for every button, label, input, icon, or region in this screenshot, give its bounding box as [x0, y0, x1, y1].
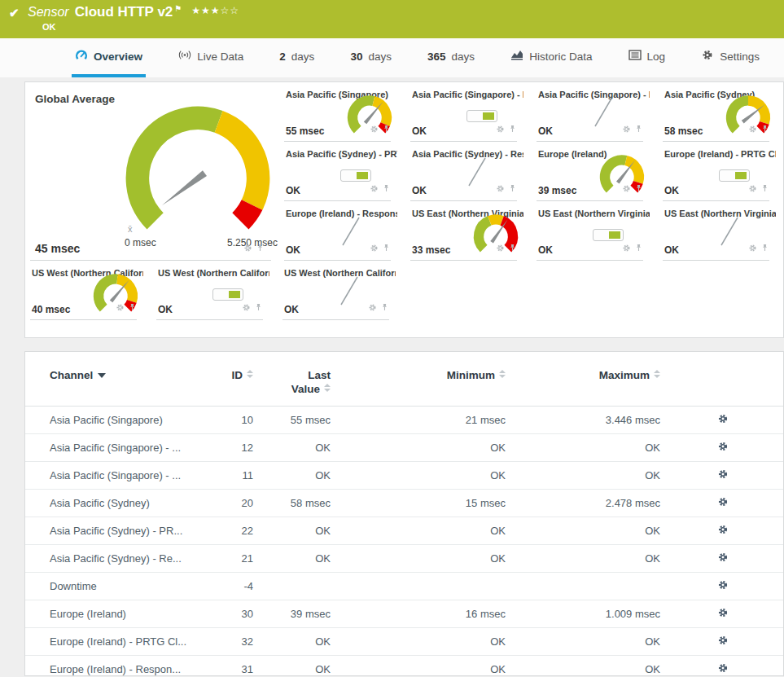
- sort-icon[interactable]: [654, 370, 660, 378]
- channel-gear-icon[interactable]: [622, 122, 631, 137]
- channel-gear-icon[interactable]: [622, 182, 631, 196]
- channel-gear-icon[interactable]: [748, 182, 757, 196]
- pin-icon[interactable]: [634, 182, 643, 196]
- channel-settings-button[interactable]: [717, 581, 729, 593]
- cell-maximum: OK: [506, 462, 660, 490]
- pin-icon[interactable]: [634, 122, 643, 137]
- pin-icon[interactable]: [760, 122, 769, 137]
- pin-icon[interactable]: [634, 241, 643, 256]
- pin-icon[interactable]: [128, 301, 137, 315]
- channel-settings-button[interactable]: [717, 609, 729, 621]
- pin-icon[interactable]: [382, 182, 391, 196]
- cell-last-value: OK: [253, 628, 331, 656]
- pin-icon[interactable]: [760, 241, 769, 256]
- pin-icon[interactable]: [254, 301, 263, 315]
- priority-stars[interactable]: ★★★☆☆: [191, 5, 239, 16]
- pin-icon[interactable]: [508, 241, 517, 256]
- channel-tile-europe-ireland-response-c: Europe (Ireland) - Response C...OK: [279, 201, 405, 261]
- channel-gear-icon[interactable]: [622, 241, 631, 256]
- tile-value: OK: [412, 185, 427, 196]
- cell-channel[interactable]: Europe (Ireland) - PRTG Cl...: [25, 628, 208, 656]
- column-header-last-value[interactable]: LastValue: [253, 352, 331, 407]
- channel-tile-europe-ireland: Europe (Ireland)39 msec: [532, 142, 658, 201]
- cell-channel[interactable]: Asia Pacific (Sydney) - Re...: [25, 545, 208, 573]
- pin-icon[interactable]: [382, 122, 391, 137]
- cell-channel[interactable]: Europe (Ireland) - Respon...: [25, 656, 208, 677]
- tab-overview[interactable]: Overview: [72, 38, 146, 77]
- cell-channel[interactable]: Asia Pacific (Sydney) - PR...: [25, 517, 208, 545]
- tab-2-days[interactable]: 2days: [276, 38, 318, 77]
- channel-gear-icon[interactable]: [496, 122, 505, 137]
- channel-settings-button[interactable]: [717, 498, 729, 510]
- tile-title: US East (Northern Virginia) - ...: [538, 209, 650, 218]
- channel-tile-asia-pacific-sydney-prtg: Asia Pacific (Sydney) - PRTG ...OK: [279, 142, 405, 201]
- pin-icon[interactable]: [256, 241, 265, 256]
- table-row: Asia Pacific (Singapore) - ...11OKOKOK: [25, 462, 784, 490]
- cell-last-value: OK: [253, 517, 331, 545]
- channel-gear-icon[interactable]: [370, 241, 379, 256]
- sort-icon[interactable]: [499, 370, 506, 378]
- channel-tile-us-east-northern-virginia: US East (Northern Virginia) - ...OK: [532, 201, 658, 261]
- tab-live-data[interactable]: Live Data: [175, 38, 247, 77]
- channel-settings-button[interactable]: [717, 664, 729, 676]
- global-average-tile: Global Average x̄ 0 msec 5.250 msec 45 m…: [25, 82, 279, 261]
- channel-settings-button[interactable]: [717, 442, 729, 455]
- column-header-id[interactable]: ID: [208, 352, 253, 407]
- channel-gear-icon[interactable]: [370, 122, 379, 137]
- channel-tile-us-west-northern-california: US West (Northern California)...OK: [151, 261, 278, 320]
- tab-365-days[interactable]: 365days: [424, 38, 478, 77]
- tile-value: OK: [538, 244, 553, 256]
- channel-tile-asia-pacific-singapore: Asia Pacific (Singapore)55 msec: [279, 82, 405, 142]
- pin-icon[interactable]: [760, 182, 769, 196]
- cell-channel[interactable]: Europe (Ireland): [25, 600, 208, 628]
- column-header-maximum[interactable]: Maximum: [506, 352, 660, 407]
- global-average-gauge: [112, 105, 284, 239]
- cell-channel[interactable]: Downtime: [25, 573, 208, 600]
- pin-icon[interactable]: [380, 301, 389, 315]
- mean-symbol: x̄: [128, 224, 133, 234]
- channel-settings-button[interactable]: [717, 525, 729, 538]
- tile-title: Asia Pacific (Sydney) - PRTG ...: [286, 149, 397, 159]
- channel-settings-button[interactable]: [717, 636, 729, 648]
- channel-settings-button[interactable]: [717, 470, 729, 482]
- status-toggle-indicator: [466, 110, 497, 122]
- channel-gear-icon[interactable]: [370, 182, 379, 196]
- chart-icon: [510, 49, 523, 64]
- channel-gear-icon[interactable]: [496, 241, 505, 256]
- channel-gear-icon[interactable]: [116, 301, 125, 315]
- pin-icon[interactable]: [508, 122, 517, 137]
- sort-icon[interactable]: [324, 384, 331, 392]
- channel-gear-icon[interactable]: [368, 301, 377, 315]
- channel-gear-icon[interactable]: [242, 301, 251, 315]
- channel-settings-button[interactable]: [717, 553, 729, 565]
- pin-icon[interactable]: [508, 182, 517, 196]
- tile-value: OK: [284, 304, 299, 315]
- cell-minimum: 15 msec: [331, 490, 506, 517]
- tile-title: Asia Pacific (Singapore) - PR...: [412, 90, 523, 99]
- column-header-minimum[interactable]: Minimum: [331, 352, 506, 407]
- header-label: Minimum: [447, 369, 495, 381]
- channel-gear-icon[interactable]: [496, 182, 505, 196]
- tab-historic-data[interactable]: Historic Data: [507, 38, 595, 77]
- tab-settings[interactable]: Settings: [698, 38, 763, 77]
- tab-label: Overview: [94, 51, 142, 63]
- channel-tile-asia-pacific-sydney: Asia Pacific (Sydney)58 msec: [658, 82, 784, 142]
- tab-log[interactable]: Log: [625, 38, 669, 77]
- channel-gear-icon[interactable]: [243, 241, 252, 256]
- channel-settings-button[interactable]: [717, 415, 729, 427]
- cell-id: 20: [208, 490, 253, 517]
- cell-id: 11: [208, 462, 253, 490]
- pin-icon[interactable]: [382, 241, 391, 256]
- sort-icon[interactable]: [247, 370, 253, 378]
- channel-gear-icon[interactable]: [748, 241, 757, 256]
- broadcast-icon: [178, 49, 191, 64]
- cell-channel[interactable]: Asia Pacific (Singapore): [25, 407, 208, 434]
- cell-channel[interactable]: Asia Pacific (Singapore) - ...: [25, 434, 208, 462]
- flag-icon[interactable]: ⚑: [174, 4, 182, 13]
- channel-gear-icon[interactable]: [748, 122, 757, 137]
- cell-channel[interactable]: Asia Pacific (Sydney): [25, 490, 208, 517]
- cell-minimum: OK: [331, 462, 506, 490]
- column-header-channel[interactable]: Channel: [25, 352, 208, 407]
- cell-channel[interactable]: Asia Pacific (Singapore) - ...: [25, 462, 208, 490]
- tab-30-days[interactable]: 30days: [347, 38, 395, 77]
